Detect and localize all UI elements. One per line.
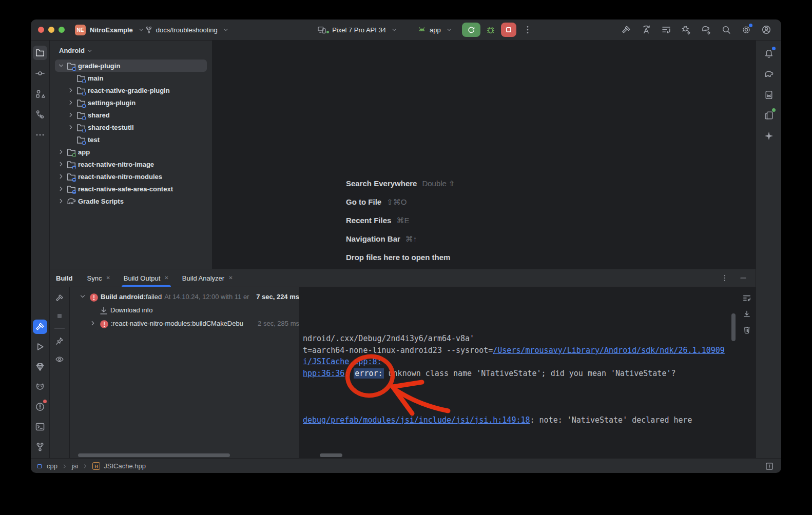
console-file-link[interactable]: hpp:36:36 bbox=[303, 369, 344, 378]
chevron-right-icon[interactable] bbox=[57, 185, 65, 193]
build-tree-row-react-native-nitro-modules-buildcmakedebu[interactable]: :react-native-nitro-modules:buildCMakeDe… bbox=[70, 316, 299, 330]
tree-item-settings-plugin[interactable]: settings-plugin bbox=[55, 96, 207, 109]
titlebar: NE NitroExample docs/troubleshooting Pix… bbox=[31, 19, 781, 41]
chevron-right-icon[interactable] bbox=[67, 123, 75, 131]
settings-button[interactable] bbox=[741, 24, 752, 35]
rerun-app-button[interactable] bbox=[462, 23, 480, 37]
device-name: Pixel 7 Pro API 34 bbox=[332, 26, 386, 34]
breadcrumb-item-cpp[interactable]: cpp bbox=[47, 462, 57, 470]
tree-item-react-native-nitro-modules[interactable]: react-native-nitro-modules bbox=[55, 170, 207, 183]
breadcrumb-item-jsicache-hpp[interactable]: JSICache.hpp bbox=[104, 462, 146, 470]
close-icon[interactable]: ✕ bbox=[228, 275, 233, 281]
close-icon[interactable]: ✕ bbox=[164, 275, 168, 281]
status-bar: cppjsiHJSICache.hpp bbox=[31, 458, 781, 473]
tree-item-gradle-plugin[interactable]: gradle-plugin bbox=[55, 60, 207, 72]
structure-button[interactable] bbox=[33, 87, 47, 101]
minimize-window-button[interactable] bbox=[48, 27, 54, 33]
tab-build-analyzer[interactable]: Build Analyzer✕ bbox=[182, 269, 233, 287]
problems-button[interactable] bbox=[33, 400, 47, 414]
build-button[interactable] bbox=[33, 320, 47, 334]
tree-item-react-native-gradle-plugin[interactable]: react-native-gradle-plugin bbox=[55, 84, 207, 96]
chevron-right-icon[interactable] bbox=[89, 319, 97, 327]
tree-item-main[interactable]: main bbox=[55, 72, 207, 84]
chevron-down-icon[interactable] bbox=[57, 62, 65, 70]
console-text: t=aarch64-none-linux-android23 --sysroot… bbox=[303, 346, 493, 355]
project-view-selector[interactable]: Android bbox=[59, 47, 85, 54]
event-log-icon[interactable] bbox=[765, 462, 774, 471]
chevron-right-icon[interactable] bbox=[67, 111, 75, 119]
build-row-title: Build android: bbox=[101, 293, 146, 301]
tree-item-react-native-nitro-image[interactable]: react-native-nitro-image bbox=[55, 158, 207, 170]
more-run-options-button[interactable] bbox=[523, 25, 533, 35]
terminal-icon bbox=[35, 422, 45, 432]
tree-item-gradle-scripts[interactable]: Gradle Scripts bbox=[55, 195, 207, 207]
profiler-button[interactable] bbox=[661, 24, 672, 35]
prs-icon bbox=[35, 109, 45, 120]
more-tool-windows-button[interactable] bbox=[33, 128, 47, 142]
tree-item-react-native-safe-area-context[interactable]: react-native-safe-area-context bbox=[55, 183, 207, 195]
breadcrumb-item-jsi[interactable]: jsi bbox=[72, 462, 78, 470]
stop-build-button[interactable] bbox=[53, 309, 66, 323]
vertical-scrollbar[interactable] bbox=[731, 313, 736, 341]
attach-debugger-button[interactable] bbox=[681, 24, 692, 35]
rerun-build-button[interactable] bbox=[53, 291, 66, 305]
close-window-button[interactable] bbox=[38, 27, 44, 33]
tree-item-app[interactable]: app bbox=[55, 146, 207, 158]
chevron-right-icon[interactable] bbox=[67, 98, 75, 107]
tab-sync[interactable]: Sync✕ bbox=[87, 269, 110, 287]
device-selector[interactable]: Pixel 7 Pro API 34 bbox=[317, 25, 398, 34]
tree-item-shared-testutil[interactable]: shared-testutil bbox=[55, 121, 207, 133]
branch-selector[interactable]: docs/troubleshooting bbox=[145, 26, 229, 34]
running-devices-button[interactable] bbox=[762, 108, 776, 123]
account-button[interactable] bbox=[761, 24, 772, 35]
version-control-button[interactable] bbox=[33, 440, 47, 454]
pin-tab-button[interactable] bbox=[53, 334, 66, 348]
sync-gradle-button[interactable] bbox=[701, 24, 712, 35]
scroll-to-end-button[interactable] bbox=[742, 309, 751, 319]
build-tree-row-build-android[interactable]: Build android: failedAt 14.10.24, 12:00 … bbox=[70, 290, 299, 303]
clear-all-button[interactable] bbox=[742, 325, 751, 334]
chevron-right-icon[interactable] bbox=[57, 172, 65, 181]
terminal-button[interactable] bbox=[33, 420, 47, 434]
pull-requests-button[interactable] bbox=[33, 107, 47, 122]
minimize-panel-icon[interactable] bbox=[739, 274, 747, 282]
horizontal-scrollbar[interactable] bbox=[78, 453, 230, 457]
tree-item-test[interactable]: test bbox=[55, 133, 207, 146]
debug-app-button[interactable] bbox=[486, 25, 496, 35]
build-tree-row-download-info[interactable]: Download info bbox=[70, 303, 299, 316]
console-text: : bbox=[344, 369, 354, 378]
chevron-right-icon[interactable] bbox=[67, 86, 75, 94]
run-configuration-selector[interactable]: app bbox=[417, 25, 453, 34]
options-kebab-icon[interactable] bbox=[721, 274, 729, 282]
filter-output-button[interactable] bbox=[53, 352, 66, 366]
cat-icon bbox=[35, 382, 45, 392]
horizontal-scrollbar[interactable] bbox=[320, 453, 342, 457]
apply-changes-button[interactable] bbox=[641, 24, 652, 35]
notifications-button[interactable] bbox=[762, 47, 776, 61]
console-file-link[interactable]: i/JSICache.cpp:8: bbox=[303, 357, 382, 366]
run-button[interactable] bbox=[33, 340, 47, 354]
soft-wrap-button[interactable] bbox=[742, 293, 751, 303]
chevron-down-icon[interactable] bbox=[79, 292, 87, 301]
project-button[interactable] bbox=[33, 46, 47, 60]
build-button[interactable] bbox=[621, 24, 632, 35]
chevron-right-icon[interactable] bbox=[57, 160, 65, 168]
console-file-link[interactable]: debug/prefab/modules/jsi/include/jsi/jsi… bbox=[303, 415, 530, 425]
device-manager-button[interactable] bbox=[762, 88, 776, 102]
tab-build-output[interactable]: Build Output✕ bbox=[124, 269, 169, 287]
search-everywhere-button[interactable] bbox=[721, 24, 732, 35]
gemini-button[interactable] bbox=[762, 129, 776, 143]
chevron-right-icon[interactable] bbox=[57, 197, 65, 205]
gradle-button[interactable] bbox=[762, 67, 776, 82]
module-folder-icon bbox=[76, 73, 85, 83]
console-file-link[interactable]: /Users/mrousavy/Library/Android/sdk/ndk/… bbox=[493, 346, 725, 355]
logcat-button[interactable] bbox=[33, 380, 47, 394]
chevron-right-icon[interactable] bbox=[57, 148, 65, 156]
commit-button[interactable] bbox=[33, 66, 47, 81]
app-quality-insights-button[interactable] bbox=[33, 360, 47, 374]
close-icon[interactable]: ✕ bbox=[106, 275, 110, 281]
project-selector[interactable]: NitroExample bbox=[90, 26, 145, 34]
tree-item-shared[interactable]: shared bbox=[55, 109, 207, 121]
zoom-window-button[interactable] bbox=[59, 27, 65, 33]
stop-app-button[interactable] bbox=[501, 23, 516, 37]
